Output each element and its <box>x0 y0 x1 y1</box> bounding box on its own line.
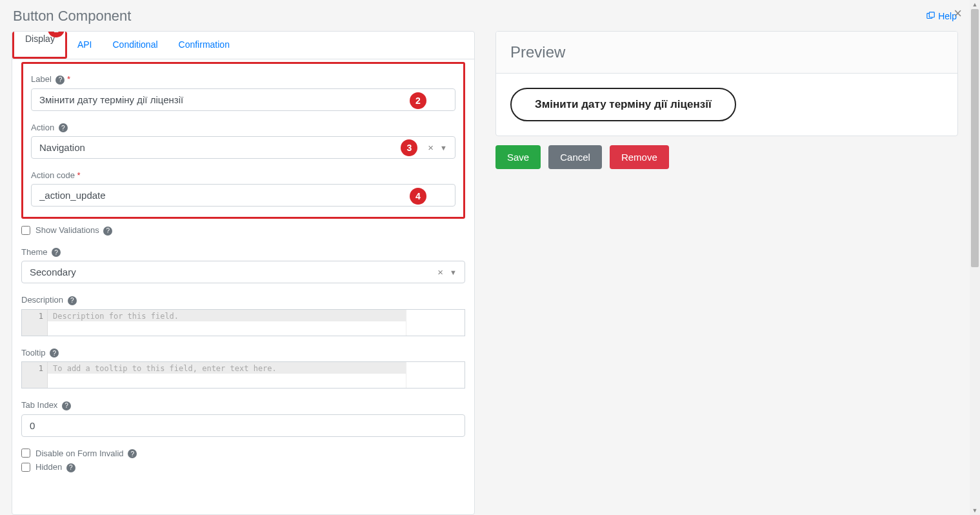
field-action: Action ? Navigation 3 × ▼ <box>31 123 455 159</box>
help-icon[interactable]: ? <box>68 296 77 305</box>
preview-header: Preview <box>496 32 957 74</box>
chevron-down-icon[interactable]: ▼ <box>447 268 465 276</box>
show-validations-row: Show Validations ? <box>21 225 465 236</box>
hidden-row: Hidden ? <box>21 462 465 472</box>
label-caption: Label ? * <box>31 74 455 85</box>
scroll-down-icon[interactable]: ▼ <box>970 506 980 515</box>
clear-icon[interactable]: × <box>424 142 437 153</box>
field-tooltip: Tooltip ? 1 To add a tooltip to this fie… <box>21 348 465 389</box>
tab-confirmation[interactable]: Confirmation <box>168 32 240 59</box>
help-link[interactable]: Help <box>926 11 957 21</box>
preview-body: Змінити дату терміну дії ліцензії <box>496 74 957 136</box>
modal-header: Button Component Help <box>0 0 970 31</box>
preview-title: Preview <box>510 43 943 61</box>
tab-index-input[interactable] <box>21 414 465 437</box>
tab-conditional[interactable]: Conditional <box>102 32 168 59</box>
cancel-button[interactable]: Cancel <box>548 145 602 169</box>
show-validations-checkbox[interactable] <box>21 226 30 235</box>
tooltip-editor[interactable]: 1 To add a tooltip to this field, enter … <box>21 361 465 389</box>
action-code-caption: Action code * <box>31 170 455 180</box>
field-action-code: Action code * 4 <box>31 170 455 207</box>
show-validations-label: Show Validations ? <box>35 225 112 236</box>
description-editor[interactable]: 1 Description for this field. <box>21 309 465 336</box>
help-icon[interactable]: ? <box>59 123 68 132</box>
help-icon[interactable]: ? <box>62 401 71 410</box>
modal-title: Button Component <box>13 8 131 25</box>
save-button[interactable]: Save <box>495 145 541 169</box>
hidden-checkbox[interactable] <box>21 463 30 472</box>
clear-icon[interactable]: × <box>434 267 447 278</box>
scroll-thumb[interactable] <box>971 9 979 267</box>
svg-rect-1 <box>930 12 935 17</box>
help-icon[interactable]: ? <box>52 248 61 257</box>
component-modal: × Button Component Help 1 Display API Co… <box>0 0 970 515</box>
badge-3: 3 <box>401 139 417 156</box>
form-panel: 1 Display API Conditional Confirmation L… <box>12 31 475 515</box>
tabs: 1 Display API Conditional Confirmation <box>12 32 474 59</box>
right-panel: Preview Змінити дату терміну дії ліцензі… <box>495 31 958 515</box>
disable-invalid-checkbox[interactable] <box>21 449 30 458</box>
action-select[interactable]: Navigation 3 × ▼ <box>31 136 455 159</box>
close-icon[interactable]: × <box>954 6 962 21</box>
help-icon[interactable]: ? <box>128 449 137 458</box>
field-label: Label ? * 2 <box>31 74 455 111</box>
action-caption: Action ? <box>31 123 455 133</box>
description-caption: Description ? <box>21 295 465 305</box>
help-icon <box>926 12 935 21</box>
badge-2: 2 <box>410 92 426 109</box>
help-icon[interactable]: ? <box>103 227 112 236</box>
hidden-label: Hidden ? <box>35 462 75 472</box>
field-description: Description ? 1 Description for this fie… <box>21 295 465 336</box>
action-code-input[interactable] <box>31 184 455 207</box>
help-icon[interactable]: ? <box>50 348 59 358</box>
chevron-down-icon[interactable]: ▼ <box>437 144 455 152</box>
remove-button[interactable]: Remove <box>610 145 669 169</box>
field-tab-index: Tab Index ? <box>21 400 465 437</box>
preview-button[interactable]: Змінити дату терміну дії ліцензії <box>510 88 736 121</box>
theme-select[interactable]: Secondary × ▼ <box>21 261 465 283</box>
tab-api[interactable]: API <box>67 32 103 59</box>
theme-caption: Theme ? <box>21 247 465 258</box>
help-icon[interactable]: ? <box>55 76 65 85</box>
disable-invalid-label: Disable on Form Invalid ? <box>35 449 137 459</box>
action-buttons: Save Cancel Remove <box>495 145 958 169</box>
field-theme: Theme ? Secondary × ▼ <box>21 247 465 284</box>
highlight-box: Label ? * 2 Action ? <box>21 62 465 219</box>
scrollbar[interactable]: ▲ ▼ <box>970 0 980 515</box>
tooltip-caption: Tooltip ? <box>21 348 465 358</box>
help-icon[interactable]: ? <box>66 463 75 472</box>
scroll-up-icon[interactable]: ▲ <box>970 0 980 9</box>
badge-4: 4 <box>410 188 426 205</box>
preview-card: Preview Змінити дату терміну дії ліцензі… <box>495 31 958 136</box>
tab-index-caption: Tab Index ? <box>21 400 465 410</box>
label-input[interactable] <box>31 88 455 111</box>
disable-invalid-row: Disable on Form Invalid ? <box>21 449 465 459</box>
form-content: Label ? * 2 Action ? <box>12 59 474 514</box>
